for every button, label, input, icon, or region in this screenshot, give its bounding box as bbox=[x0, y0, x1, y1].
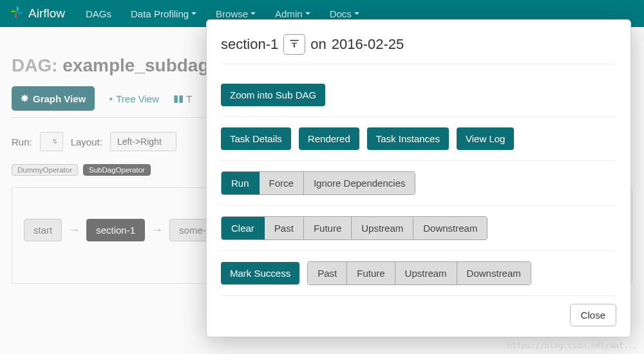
clear-button-group: Clear Past Future Upstream Downstream bbox=[221, 216, 488, 240]
modal-header: section-1 on 2016-02-25 bbox=[221, 34, 616, 64]
gear-icon: ✸ bbox=[21, 93, 29, 104]
ms-future-toggle[interactable]: Future bbox=[347, 262, 395, 284]
tab-graph-view[interactable]: ✸ Graph View bbox=[12, 86, 95, 111]
ignore-dependencies-toggle[interactable]: Ignore Dependencies bbox=[304, 172, 415, 194]
section-details: Task Details Rendered Task Instances Vie… bbox=[221, 117, 616, 161]
section-run: Run Force Ignore Dependencies bbox=[221, 161, 616, 206]
task-details-button[interactable]: Task Details bbox=[221, 127, 291, 150]
section-clear: Clear Past Future Upstream Downstream bbox=[221, 206, 616, 251]
layout-label: Layout: bbox=[71, 136, 102, 147]
close-button[interactable]: Close bbox=[570, 304, 616, 326]
node-start[interactable]: start bbox=[24, 219, 62, 241]
pinwheel-icon bbox=[9, 5, 24, 23]
mark-success-button[interactable]: Mark Success bbox=[221, 262, 299, 284]
zoom-into-subdag-button[interactable]: Zoom into Sub DAG bbox=[221, 84, 325, 106]
node-section-1[interactable]: section-1 bbox=[86, 219, 145, 241]
run-button-group: Run Force Ignore Dependencies bbox=[221, 171, 415, 195]
nav-browse[interactable]: Browse bbox=[216, 8, 256, 19]
force-toggle[interactable]: Force bbox=[260, 172, 304, 194]
run-select[interactable]: ⇅ bbox=[40, 132, 63, 151]
chevron-down-icon bbox=[191, 12, 196, 15]
mark-success-button-group: Past Future Upstream Downstream bbox=[307, 261, 531, 285]
modal-task-name: section-1 bbox=[221, 36, 278, 53]
brand[interactable]: Airflow bbox=[9, 5, 65, 23]
nav-links: DAGs Data Profiling Browse Admin Docs bbox=[86, 8, 359, 19]
ms-upstream-toggle[interactable]: Upstream bbox=[395, 262, 457, 284]
watermark: https://blog.csdn.net/wat... bbox=[507, 341, 638, 350]
filter-icon bbox=[290, 39, 299, 50]
tab-task-duration[interactable]: ▮▮ T bbox=[173, 93, 192, 104]
tab-tree-view[interactable]: ⭑ Tree View bbox=[109, 93, 159, 104]
section-zoom: Zoom into Sub DAG bbox=[221, 73, 616, 117]
modal-on-word: on bbox=[310, 36, 326, 53]
task-modal: section-1 on 2016-02-25 Zoom into Sub DA… bbox=[206, 19, 631, 337]
updown-icon: ⇅ bbox=[52, 138, 57, 145]
filter-button[interactable] bbox=[283, 34, 305, 55]
clear-upstream-toggle[interactable]: Upstream bbox=[352, 217, 413, 239]
rendered-button[interactable]: Rendered bbox=[299, 127, 359, 150]
clear-past-toggle[interactable]: Past bbox=[265, 217, 304, 239]
bar-chart-icon: ▮▮ bbox=[173, 93, 184, 104]
nav-admin[interactable]: Admin bbox=[275, 8, 310, 19]
clear-downstream-toggle[interactable]: Downstream bbox=[413, 217, 487, 239]
modal-footer: Close bbox=[221, 296, 616, 326]
nav-docs[interactable]: Docs bbox=[330, 8, 359, 19]
task-instances-button[interactable]: Task Instances bbox=[367, 127, 449, 150]
arrow-icon: → bbox=[151, 223, 163, 237]
view-log-button[interactable]: View Log bbox=[457, 127, 514, 150]
layout-select[interactable]: Left->Right bbox=[110, 132, 176, 151]
chevron-down-icon bbox=[251, 12, 256, 15]
nav-data-profiling[interactable]: Data Profiling bbox=[131, 8, 196, 19]
brand-text: Airflow bbox=[28, 6, 65, 21]
clear-future-toggle[interactable]: Future bbox=[304, 217, 352, 239]
ms-past-toggle[interactable]: Past bbox=[308, 262, 347, 284]
legend-subdag-operator: SubDagOperator bbox=[83, 164, 151, 176]
run-button[interactable]: Run bbox=[222, 172, 260, 194]
run-label: Run: bbox=[12, 136, 32, 147]
dag-name: example_subdag_o bbox=[62, 55, 230, 75]
modal-date: 2016-02-25 bbox=[332, 36, 404, 53]
legend-dummy-operator: DummyOperator bbox=[12, 164, 78, 176]
chevron-down-icon bbox=[305, 12, 310, 15]
arrow-icon: → bbox=[68, 223, 80, 237]
nav-dags[interactable]: DAGs bbox=[86, 8, 111, 19]
tree-icon: ⭑ bbox=[109, 93, 113, 104]
ms-downstream-toggle[interactable]: Downstream bbox=[457, 262, 531, 284]
chevron-down-icon bbox=[354, 12, 359, 15]
clear-button[interactable]: Clear bbox=[222, 217, 265, 239]
section-mark-success: Mark Success Past Future Upstream Downst… bbox=[221, 251, 616, 296]
